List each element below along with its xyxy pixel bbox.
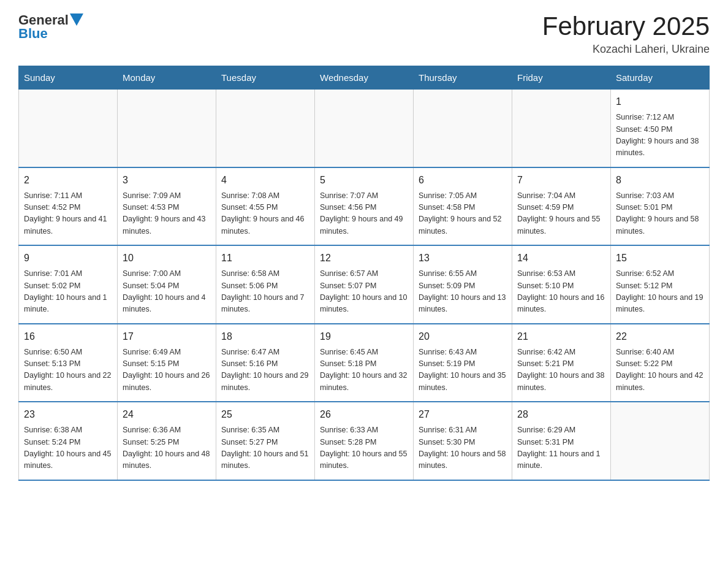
day-number: 9 xyxy=(24,251,112,266)
day-info: Sunrise: 6:52 AMSunset: 5:12 PMDaylight:… xyxy=(616,268,704,316)
calendar-cell: 6Sunrise: 7:05 AMSunset: 4:58 PMDaylight… xyxy=(414,167,512,246)
calendar-cell xyxy=(118,90,216,167)
day-info: Sunrise: 7:09 AMSunset: 4:53 PMDaylight:… xyxy=(123,190,211,238)
calendar-cell: 24Sunrise: 6:36 AMSunset: 5:25 PMDayligh… xyxy=(118,402,216,480)
day-number: 24 xyxy=(123,407,211,422)
day-number: 13 xyxy=(419,251,507,266)
page-header: General Blue February 2025 Kozachi Laher… xyxy=(18,12,710,56)
day-info: Sunrise: 7:07 AMSunset: 4:56 PMDaylight:… xyxy=(320,190,408,238)
calendar-cell xyxy=(512,90,611,167)
calendar-cell: 22Sunrise: 6:40 AMSunset: 5:22 PMDayligh… xyxy=(611,324,710,402)
day-info: Sunrise: 6:33 AMSunset: 5:28 PMDaylight:… xyxy=(320,424,408,472)
calendar-cell: 1Sunrise: 7:12 AMSunset: 4:50 PMDaylight… xyxy=(611,90,710,167)
calendar-cell xyxy=(216,90,315,167)
day-info: Sunrise: 7:00 AMSunset: 5:04 PMDaylight:… xyxy=(123,268,211,316)
calendar-week-row: 1Sunrise: 7:12 AMSunset: 4:50 PMDaylight… xyxy=(19,90,710,167)
day-number: 25 xyxy=(221,407,309,422)
day-number: 21 xyxy=(517,329,605,344)
weekday-header-thursday: Thursday xyxy=(414,66,512,90)
calendar-cell: 19Sunrise: 6:45 AMSunset: 5:18 PMDayligh… xyxy=(315,324,414,402)
calendar-cell: 25Sunrise: 6:35 AMSunset: 5:27 PMDayligh… xyxy=(216,402,315,480)
day-number: 22 xyxy=(616,329,704,344)
calendar-cell: 13Sunrise: 6:55 AMSunset: 5:09 PMDayligh… xyxy=(414,245,512,324)
page-title: February 2025 xyxy=(542,12,710,40)
weekday-header-wednesday: Wednesday xyxy=(315,66,414,90)
weekday-header-friday: Friday xyxy=(512,66,611,90)
calendar-cell: 12Sunrise: 6:57 AMSunset: 5:07 PMDayligh… xyxy=(315,245,414,324)
logo-blue-text: Blue xyxy=(18,26,48,42)
weekday-header-tuesday: Tuesday xyxy=(216,66,315,90)
day-info: Sunrise: 6:43 AMSunset: 5:19 PMDaylight:… xyxy=(419,347,507,394)
svg-marker-0 xyxy=(70,13,83,26)
day-number: 23 xyxy=(24,407,112,422)
day-info: Sunrise: 6:58 AMSunset: 5:06 PMDaylight:… xyxy=(221,268,309,316)
calendar-cell: 21Sunrise: 6:42 AMSunset: 5:21 PMDayligh… xyxy=(512,324,611,402)
calendar-cell: 23Sunrise: 6:38 AMSunset: 5:24 PMDayligh… xyxy=(19,402,118,480)
day-info: Sunrise: 6:57 AMSunset: 5:07 PMDaylight:… xyxy=(320,268,408,316)
calendar-cell xyxy=(611,402,710,480)
day-number: 1 xyxy=(616,94,704,109)
day-info: Sunrise: 6:31 AMSunset: 5:30 PMDaylight:… xyxy=(419,424,507,472)
calendar-cell: 11Sunrise: 6:58 AMSunset: 5:06 PMDayligh… xyxy=(216,245,315,324)
day-number: 27 xyxy=(419,407,507,422)
weekday-header-monday: Monday xyxy=(118,66,216,90)
day-info: Sunrise: 6:40 AMSunset: 5:22 PMDaylight:… xyxy=(616,347,704,394)
calendar-cell: 27Sunrise: 6:31 AMSunset: 5:30 PMDayligh… xyxy=(414,402,512,480)
day-info: Sunrise: 7:04 AMSunset: 4:59 PMDaylight:… xyxy=(517,190,605,238)
day-number: 15 xyxy=(616,251,704,266)
day-number: 4 xyxy=(221,173,309,188)
day-number: 2 xyxy=(24,173,112,188)
calendar-cell: 10Sunrise: 7:00 AMSunset: 5:04 PMDayligh… xyxy=(118,245,216,324)
day-info: Sunrise: 6:29 AMSunset: 5:31 PMDaylight:… xyxy=(517,424,605,472)
day-info: Sunrise: 7:01 AMSunset: 5:02 PMDaylight:… xyxy=(24,268,112,316)
calendar-cell: 15Sunrise: 6:52 AMSunset: 5:12 PMDayligh… xyxy=(611,245,710,324)
title-block: February 2025 Kozachi Laheri, Ukraine xyxy=(542,12,710,56)
day-info: Sunrise: 7:12 AMSunset: 4:50 PMDaylight:… xyxy=(616,112,704,159)
day-info: Sunrise: 6:49 AMSunset: 5:15 PMDaylight:… xyxy=(123,347,211,394)
calendar-table: SundayMondayTuesdayWednesdayThursdayFrid… xyxy=(18,66,710,481)
calendar-cell: 5Sunrise: 7:07 AMSunset: 4:56 PMDaylight… xyxy=(315,167,414,246)
day-number: 26 xyxy=(320,407,408,422)
day-info: Sunrise: 6:50 AMSunset: 5:13 PMDaylight:… xyxy=(24,347,112,394)
day-number: 6 xyxy=(419,173,507,188)
calendar-cell: 4Sunrise: 7:08 AMSunset: 4:55 PMDaylight… xyxy=(216,167,315,246)
day-number: 16 xyxy=(24,329,112,344)
calendar-cell: 8Sunrise: 7:03 AMSunset: 5:01 PMDaylight… xyxy=(611,167,710,246)
day-number: 8 xyxy=(616,173,704,188)
weekday-header-sunday: Sunday xyxy=(19,66,118,90)
day-info: Sunrise: 7:08 AMSunset: 4:55 PMDaylight:… xyxy=(221,190,309,238)
day-number: 12 xyxy=(320,251,408,266)
day-info: Sunrise: 6:45 AMSunset: 5:18 PMDaylight:… xyxy=(320,347,408,394)
day-info: Sunrise: 6:38 AMSunset: 5:24 PMDaylight:… xyxy=(24,424,112,472)
day-info: Sunrise: 6:35 AMSunset: 5:27 PMDaylight:… xyxy=(221,424,309,472)
day-info: Sunrise: 6:42 AMSunset: 5:21 PMDaylight:… xyxy=(517,347,605,394)
day-number: 10 xyxy=(123,251,211,266)
calendar-cell xyxy=(315,90,414,167)
calendar-cell: 17Sunrise: 6:49 AMSunset: 5:15 PMDayligh… xyxy=(118,324,216,402)
calendar-week-row: 2Sunrise: 7:11 AMSunset: 4:52 PMDaylight… xyxy=(19,167,710,246)
day-number: 18 xyxy=(221,329,309,344)
logo-arrow-icon xyxy=(70,13,83,28)
logo: General Blue xyxy=(18,12,83,42)
day-number: 5 xyxy=(320,173,408,188)
day-info: Sunrise: 7:05 AMSunset: 4:58 PMDaylight:… xyxy=(419,190,507,238)
calendar-cell: 26Sunrise: 6:33 AMSunset: 5:28 PMDayligh… xyxy=(315,402,414,480)
calendar-cell: 28Sunrise: 6:29 AMSunset: 5:31 PMDayligh… xyxy=(512,402,611,480)
day-info: Sunrise: 6:36 AMSunset: 5:25 PMDaylight:… xyxy=(123,424,211,472)
calendar-cell: 2Sunrise: 7:11 AMSunset: 4:52 PMDaylight… xyxy=(19,167,118,246)
calendar-cell xyxy=(414,90,512,167)
day-info: Sunrise: 6:55 AMSunset: 5:09 PMDaylight:… xyxy=(419,268,507,316)
day-info: Sunrise: 6:53 AMSunset: 5:10 PMDaylight:… xyxy=(517,268,605,316)
calendar-week-row: 23Sunrise: 6:38 AMSunset: 5:24 PMDayligh… xyxy=(19,402,710,480)
weekday-header-row: SundayMondayTuesdayWednesdayThursdayFrid… xyxy=(19,66,710,90)
day-number: 28 xyxy=(517,407,605,422)
day-info: Sunrise: 7:11 AMSunset: 4:52 PMDaylight:… xyxy=(24,190,112,238)
page-subtitle: Kozachi Laheri, Ukraine xyxy=(542,43,710,56)
calendar-cell: 3Sunrise: 7:09 AMSunset: 4:53 PMDaylight… xyxy=(118,167,216,246)
day-number: 7 xyxy=(517,173,605,188)
calendar-cell: 14Sunrise: 6:53 AMSunset: 5:10 PMDayligh… xyxy=(512,245,611,324)
calendar-cell: 16Sunrise: 6:50 AMSunset: 5:13 PMDayligh… xyxy=(19,324,118,402)
day-number: 19 xyxy=(320,329,408,344)
calendar-week-row: 16Sunrise: 6:50 AMSunset: 5:13 PMDayligh… xyxy=(19,324,710,402)
calendar-cell: 9Sunrise: 7:01 AMSunset: 5:02 PMDaylight… xyxy=(19,245,118,324)
